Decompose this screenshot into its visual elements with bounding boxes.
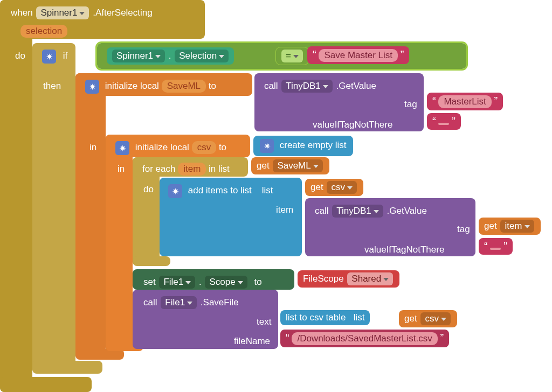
tinydb-dropdown[interactable]: TinyDB1 — [332, 205, 383, 218]
cond-component-dropdown[interactable]: Spinner1 — [112, 50, 165, 62]
getter-spinner-selection[interactable]: Spinner1 . Selection — [107, 47, 234, 65]
if-container-bottom — [32, 361, 102, 374]
get-dropdown[interactable]: csv — [327, 181, 357, 194]
in-label-2: in — [112, 160, 130, 178]
init-saveml-row: ✷ initialize local SaveML to — [80, 76, 222, 97]
file-dropdown[interactable]: File1 — [161, 296, 197, 309]
file-dropdown[interactable]: File1 — [159, 276, 195, 289]
do-label: do — [10, 47, 31, 65]
call-getvalue-inner-row: call TinyDB1 .GetValue — [309, 201, 432, 221]
add-items-row: ✷ add items to list list — [163, 181, 279, 201]
get-dropdown[interactable]: item — [500, 220, 534, 233]
cond-property-dropdown[interactable]: Selection — [175, 50, 229, 62]
then-label: then — [38, 78, 66, 95]
in-label-1: in — [84, 139, 102, 156]
gear-icon[interactable]: ✷ — [85, 80, 99, 94]
scope-prop-dropdown[interactable]: Scope — [205, 276, 247, 289]
event-name: .AfterSelecting — [93, 8, 153, 18]
string-masterlist[interactable]: “ MasterList ” — [427, 93, 503, 110]
get-item[interactable]: get item — [479, 218, 541, 235]
string-filename[interactable]: “ /Downloads/SavedMasterList.csv ” — [280, 330, 449, 347]
equals-op[interactable]: = — [276, 47, 308, 65]
foreach-do-label: do — [138, 181, 159, 198]
call-getvalue-outer-row: call TinyDB1 .GetValue — [259, 76, 382, 96]
foreach-row: for each item in list — [137, 159, 235, 179]
text-label: text — [251, 313, 277, 331]
list-to-csv-table[interactable]: list to csv table list — [280, 310, 370, 325]
if-gear-row: ✷ if — [37, 46, 73, 67]
filescope-shared[interactable]: FileScope Shared — [298, 270, 399, 288]
event-header: when Spinner1 .AfterSelecting — [5, 3, 158, 23]
string-empty-2[interactable]: “ ” — [479, 238, 513, 255]
create-empty-list[interactable]: ✷ create empty list — [253, 136, 353, 156]
vint-label-outer: valueIfTagNotThere — [307, 116, 398, 134]
get-saveml[interactable]: get SaveML — [251, 157, 329, 174]
if-label: if — [63, 51, 68, 61]
param-selection: selection — [20, 25, 67, 38]
var-saveml[interactable]: SaveML — [162, 80, 206, 93]
inner-vint-label: valueIfTagNotThere — [359, 241, 450, 258]
get-csv-2[interactable]: get csv — [399, 310, 457, 327]
get-csv-1[interactable]: get csv — [305, 179, 363, 196]
tinydb-dropdown[interactable]: TinyDB1 — [281, 80, 333, 93]
item-label: item — [271, 201, 299, 219]
gear-icon[interactable]: ✷ — [260, 139, 274, 153]
get-dropdown[interactable]: csv — [420, 312, 451, 325]
gear-icon[interactable]: ✷ — [115, 141, 129, 155]
var-csv[interactable]: csv — [192, 141, 217, 154]
string-value: Save Master List — [319, 49, 398, 62]
var-item[interactable]: item — [178, 163, 206, 176]
event-block-body2 — [0, 377, 92, 392]
shared-dropdown[interactable]: Shared — [347, 272, 393, 285]
get-dropdown[interactable]: SaveML — [273, 159, 322, 172]
set-file-scope-row: set File1 . Scope to — [138, 272, 267, 292]
event-param[interactable]: selection — [15, 22, 73, 41]
string-save-master-list[interactable]: “ Save Master List ” — [307, 46, 409, 64]
string-empty-1[interactable]: “ ” — [427, 113, 461, 130]
op-dropdown[interactable]: = — [281, 50, 303, 62]
call-savefile-row: call File1 .SaveFile — [138, 293, 244, 312]
inner-tag-label: tag — [452, 221, 475, 238]
when-label: when — [11, 8, 33, 18]
init-csv-row: ✷ initialize local csv to — [110, 138, 232, 158]
gear-icon[interactable]: ✷ — [168, 184, 182, 198]
tag-label-outer: tag — [399, 96, 423, 113]
event-component-dropdown[interactable]: Spinner1 — [36, 6, 89, 19]
gear-icon[interactable]: ✷ — [42, 50, 56, 64]
init-saveml-rail — [75, 73, 106, 359]
filename-label: fileName — [229, 333, 275, 350]
foreach-bottom — [133, 256, 170, 266]
blocks-canvas: when Spinner1 .AfterSelecting selection … — [0, 0, 552, 392]
